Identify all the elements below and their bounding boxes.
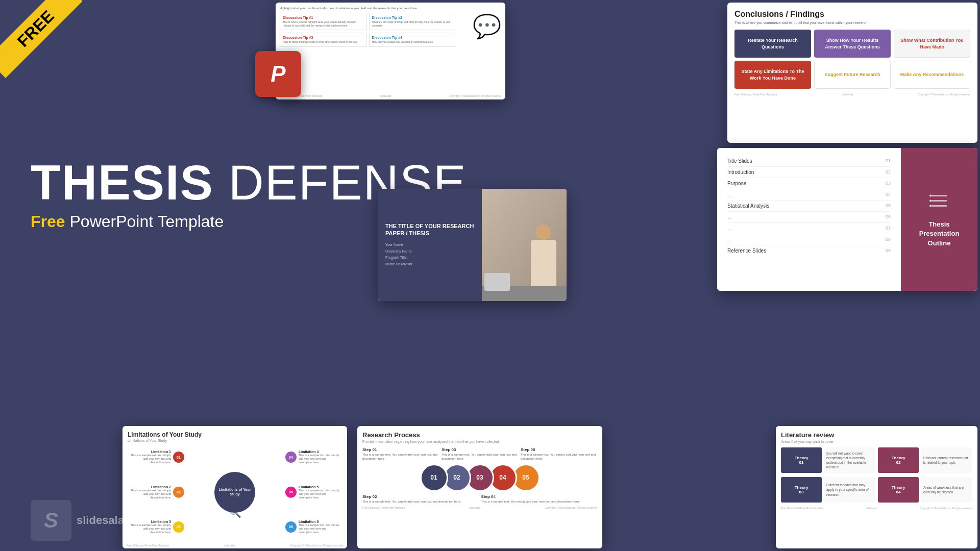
slide-toc: Title Slides 01 Introduction 02 Purpose … (717, 148, 977, 291)
free-ribbon-label: FREE (0, 0, 82, 78)
toc-num-1: 01 (886, 158, 891, 164)
toc-label-3: Purpose (727, 181, 746, 186)
toc-row-9: Reference Slides 09 (727, 245, 891, 256)
free-ribbon: FREE (0, 0, 82, 82)
process-step-2: Step 03 This is a sample text. You simpl… (442, 447, 518, 461)
svg-point-4 (929, 200, 932, 202)
process-circles: 01 02 03 04 05 (362, 464, 597, 492)
toc-label-8: ... (727, 237, 731, 242)
conclusions-subtitle: This is where you summarize and tie up a… (734, 21, 970, 24)
toc-label-2: Introduction (727, 169, 754, 175)
research-advisor: Name Of Advisor (385, 261, 474, 268)
toc-num-2: 02 (886, 169, 891, 175)
toc-num-3: 03 (886, 181, 891, 186)
limitation-node-2: Limitation 2 This is a sample text. You … (130, 485, 184, 499)
limitation-node-3: Limitation 3 This is a sample text. You … (130, 520, 184, 534)
limitation-node-6: 06 Limitation 6 This is a sample text. Y… (285, 520, 339, 534)
toc-num-7: 07 (886, 226, 891, 231)
brand-logo: S slidesalad (31, 500, 131, 541)
process-step-3: Step 05 This is a sample text. You simpl… (521, 447, 597, 461)
ppt-letter: P (271, 61, 285, 87)
process-footer: Free Slidesalad PowerPoint Template slid… (362, 506, 597, 509)
process-subtitle: Provide information regarding how you ha… (362, 440, 597, 443)
limitations-title: Limitations of Your Study (128, 431, 342, 438)
toc-label-7: ... (727, 226, 731, 231)
slide-limitations: Limitations of Your Study Limitations of… (122, 426, 347, 548)
theory-box-2: Theory02 (878, 447, 919, 473)
conclusions-box3: Show What Contribution You Have Made (894, 30, 970, 58)
discussion-tip4: Discussion Tip #4 How can you explain an… (369, 33, 456, 47)
toc-label-6: ... (727, 214, 731, 220)
theory-box-4: Theory04 (878, 477, 919, 503)
toc-num-5: 05 (886, 203, 891, 209)
research-university: University Name (385, 248, 474, 255)
svg-point-5 (929, 205, 932, 207)
toc-right-title: Thesis Presentation Outline (909, 220, 970, 248)
toc-num-4: 04 (886, 192, 891, 197)
discussion-tip3: Discussion Tip #3 How do these findings … (280, 33, 366, 47)
toc-label-4: ... (727, 192, 731, 197)
svg-rect-1 (932, 200, 947, 202)
limitations-diagram: Limitations of Your Study 🔍 Limitation 1… (128, 445, 342, 539)
toc-row-8: ... 08 (727, 234, 891, 245)
conclusions-box1: Restate Your Research Questions (734, 30, 811, 58)
discussion-top-text: Highlight what your results actually mea… (280, 7, 501, 10)
ppt-icon-box: P (255, 51, 301, 97)
toc-row-1: Title Slides 01 (727, 156, 891, 167)
svg-point-3 (929, 195, 932, 197)
conclusions-title: Conclusions / Findings (734, 10, 970, 19)
slide-conclusions: Conclusions / Findings This is where you… (727, 3, 977, 143)
research-left-panel: THE TITLE OF YOUR RESEARCH PAPER / THESI… (378, 189, 482, 301)
limitation-node-4: 04 Limitation 4 This is a sample text. Y… (285, 450, 339, 464)
brand-icon: S (31, 500, 71, 541)
literature-footer: Free Slidesalad PowerPoint Template slid… (781, 507, 972, 510)
toc-label-9: Reference Slides (727, 248, 766, 254)
toc-label-1: Title Slides (727, 158, 752, 164)
process-step-1: Step 01 This is a sample text. You simpl… (362, 447, 439, 461)
research-name: Your Name (385, 242, 474, 248)
toc-row-6: ... 06 (727, 212, 891, 223)
slide-research-paper: THE TITLE OF YOUR RESEARCH PAPER / THESI… (378, 189, 567, 301)
toc-row-5: Statistical Analysis 05 (727, 201, 891, 212)
toc-row-2: Introduction 02 (727, 167, 891, 178)
process-title: Research Process (362, 431, 597, 439)
toc-row-4: ... 04 (727, 189, 891, 201)
toc-right-panel: Thesis Presentation Outline (901, 148, 977, 291)
toc-num-9: 09 (886, 248, 891, 254)
conclusions-box4: State Any Limitations To The Work You Ha… (734, 61, 811, 89)
toc-label-5: Statistical Analysis (727, 203, 769, 209)
research-program: Program Title (385, 255, 474, 261)
limitations-footer: Free Slidesalad PowerPoint Template slid… (127, 544, 343, 547)
research-right-panel (482, 189, 567, 301)
toc-num-8: 08 (886, 237, 891, 242)
toc-row-7: ... 07 (727, 223, 891, 234)
slide-discussion: Highlight what your results actually mea… (276, 3, 505, 99)
toc-num-6: 06 (886, 214, 891, 220)
title-thesis: THESIS (31, 155, 214, 210)
toc-list: Title Slides 01 Introduction 02 Purpose … (717, 148, 901, 291)
limitation-node-1: Limitation 1 This is a sample text. You … (130, 450, 184, 464)
toc-row-3: Purpose 03 (727, 178, 891, 189)
literature-title: Literature review (781, 431, 972, 439)
svg-rect-0 (932, 195, 947, 196)
limitations-center: Limitations of Your Study (214, 472, 255, 513)
slide-literature: Literature review Areas that you may wis… (776, 426, 977, 548)
subtitle-rest: PowerPoint Template (65, 212, 224, 231)
theory-desc-4: Areas of weakness that are currently hig… (921, 477, 972, 503)
discussion-tip2: Discussion Tip #2 What are the major fin… (369, 13, 456, 30)
conclusions-box5: Suggest Future Research (814, 61, 891, 89)
limitations-subtitle: Limitations of Your Study (128, 439, 342, 442)
chat-icon: 💬 (473, 13, 501, 40)
theory-desc-3: Different theories that may apply to you… (824, 477, 875, 503)
theory-box-3: Theory03 (781, 477, 822, 503)
theory-desc-1: you will not want to cover everything th… (824, 447, 875, 473)
process-step-4: Step 02 This is a sample text. You simpl… (362, 494, 479, 504)
limitations-center-label: Limitations of Your Study (214, 485, 255, 499)
process-step-5: Step 04 This is a sample text. You simpl… (481, 494, 598, 504)
conclusions-box2: Show How Your Results Answer These Quest… (814, 30, 891, 58)
svg-rect-2 (932, 205, 947, 207)
conclusions-box6: Make Any Recommendations (894, 61, 970, 89)
toc-right-icon (929, 191, 949, 215)
theory-box-1: Theory01 (781, 447, 822, 473)
subtitle-free: Free (31, 212, 65, 231)
